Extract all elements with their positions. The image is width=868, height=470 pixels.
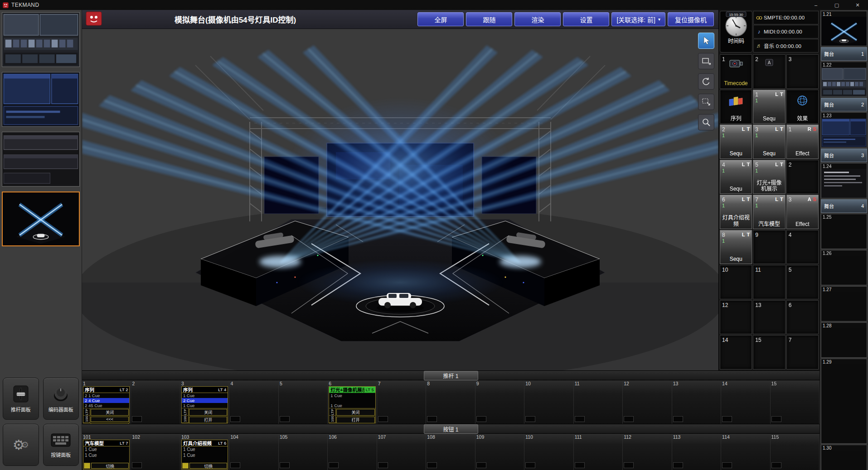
- fader-button-1[interactable]: 关闭: [189, 409, 227, 416]
- executor-cell-r3c1[interactable]: 2LT1Sequ: [720, 125, 752, 159]
- button-cell-102[interactable]: 102: [131, 434, 180, 470]
- view-button-1.28[interactable]: 1.28: [821, 322, 867, 358]
- view-button-1.30[interactable]: 1.30: [821, 445, 867, 470]
- executor-cell-r1c3[interactable]: 3: [786, 54, 819, 89]
- flash-button[interactable]: [182, 463, 189, 469]
- executor-mini-button[interactable]: [427, 416, 437, 422]
- view-button-1.25[interactable]: 1.25: [821, 214, 867, 249]
- stage-3d-view[interactable]: [82, 29, 718, 370]
- executor-mini-button[interactable]: [673, 462, 683, 468]
- stage-view-titlebar-1[interactable]: 舞台1: [821, 47, 867, 61]
- executor-cell-r9c2[interactable]: 15: [753, 335, 785, 369]
- executor-cell-r1c2[interactable]: 2A: [753, 54, 785, 89]
- encoder-panel-button[interactable]: 编码器面板: [43, 378, 79, 420]
- vp-toolbar-button-4[interactable]: 设置: [563, 12, 609, 26]
- fader-cell-1[interactable]: 1序列LT 22 1 Cue2 4 Cue2 45 CueLTP100关闭<<<…: [82, 380, 131, 424]
- executor-mini-button[interactable]: [722, 462, 732, 468]
- stage-view-titlebar-3[interactable]: 舞台3: [821, 149, 867, 162]
- executor-cell-r1c1[interactable]: 1Timecode: [720, 54, 752, 89]
- button-cell-106[interactable]: 106: [328, 434, 377, 470]
- view-button-1.29[interactable]: 1.29: [821, 359, 867, 444]
- view-button-1.23[interactable]: 1.23: [821, 112, 867, 148]
- fader-button-2[interactable]: <<<: [91, 417, 129, 422]
- executor-cell-r4c1[interactable]: 4LT1Sequ: [720, 160, 752, 194]
- fader-cell-15[interactable]: 15: [771, 380, 820, 424]
- fader-button-2[interactable]: 打开: [336, 417, 374, 423]
- timecode-clock-button[interactable]: 15:55:30 时间码: [720, 11, 752, 53]
- vp-toolbar-button-2[interactable]: 跟随: [466, 12, 512, 26]
- fader-cell-6[interactable]: 6灯光+摄像机展示LT 51 Cue1 CueLTP100关闭打开播放: [328, 380, 377, 424]
- vp-toolbar-button-6[interactable]: 复位摄像机: [668, 12, 714, 26]
- screen-thumbnail-2[interactable]: [2, 72, 80, 127]
- fader-cell-12[interactable]: 12: [623, 380, 672, 424]
- screen-thumbnail-4[interactable]: [2, 192, 80, 246]
- button-cell-107[interactable]: 107: [377, 434, 426, 470]
- fader-section-label[interactable]: 推杆 1: [424, 371, 478, 380]
- button-cell-105[interactable]: 105: [279, 434, 328, 470]
- executor-mini-button[interactable]: [575, 416, 585, 422]
- pan-tool[interactable]: [698, 53, 714, 69]
- executor-cell-r7c1[interactable]: 10: [720, 265, 752, 299]
- executor-cell-r6c2[interactable]: 9: [753, 230, 785, 264]
- vp-toolbar-button-1[interactable]: 全屏: [417, 12, 464, 26]
- fader-cell-11[interactable]: 11: [574, 380, 623, 424]
- fader-cell-10[interactable]: 10: [524, 380, 573, 424]
- executor-mini-button[interactable]: [378, 416, 388, 422]
- view-button-1.22[interactable]: 1.22: [821, 62, 867, 97]
- executor-cell-r5c1[interactable]: 6LT1灯具介绍视频: [720, 195, 752, 229]
- button-cell-108[interactable]: 108: [426, 434, 475, 470]
- fader-cell-13[interactable]: 13: [672, 380, 721, 424]
- fader-cell-7[interactable]: 7: [377, 380, 426, 424]
- executor-cell-r3c2[interactable]: 3LT1Sequ: [753, 125, 785, 159]
- executor-mini-button[interactable]: [673, 416, 683, 422]
- executor-mini-button[interactable]: [771, 462, 781, 468]
- orbit-tool[interactable]: [698, 73, 714, 90]
- keypad-panel-button[interactable]: 按键面板: [43, 424, 79, 466]
- view-button-1.24[interactable]: 1.24: [821, 163, 867, 198]
- executor-mini-button[interactable]: [722, 416, 732, 422]
- view-button-1.21[interactable]: 1.21: [821, 11, 867, 46]
- executor-mini-button[interactable]: [624, 416, 634, 422]
- fader-cell-9[interactable]: 9: [475, 380, 524, 424]
- executor-mini-button[interactable]: [476, 462, 486, 468]
- executor-mini-button[interactable]: [476, 416, 486, 422]
- fader-button-2[interactable]: 打开: [189, 417, 227, 423]
- executor-cell-r9c1[interactable]: 14: [720, 335, 752, 369]
- executor-mini-button[interactable]: [575, 462, 585, 468]
- frame-tool[interactable]: [698, 94, 714, 110]
- executor-mini-button[interactable]: [329, 462, 339, 468]
- executor-cell-r4c2[interactable]: 5LT1灯光+摄像机展示: [753, 160, 785, 194]
- button-section-label[interactable]: 按钮 1: [424, 424, 478, 434]
- vp-toolbar-button-5[interactable]: [关联选择: 前]▾: [611, 12, 665, 26]
- button-cell-115[interactable]: 115: [771, 434, 820, 470]
- fader-cell-4[interactable]: 4: [229, 380, 278, 424]
- executor-cell-r6c1[interactable]: 8LT1Sequ: [720, 230, 752, 264]
- executor-mini-button[interactable]: [771, 416, 781, 422]
- executor-mini-button[interactable]: [132, 416, 142, 422]
- executor-cell-r9c3[interactable]: 7: [786, 335, 819, 369]
- executor-mini-button[interactable]: [525, 416, 535, 422]
- button-cell-111[interactable]: 111: [574, 434, 623, 470]
- executor-mini-button[interactable]: [427, 462, 437, 468]
- executor-cell-r6c3[interactable]: 4: [786, 230, 819, 264]
- minimize-button[interactable]: –: [805, 0, 826, 10]
- button-cell-114[interactable]: 114: [721, 434, 770, 470]
- fader-button-1[interactable]: 关闭: [91, 409, 129, 416]
- maximize-button[interactable]: ▢: [826, 0, 847, 10]
- view-button-1.27[interactable]: 1.27: [821, 286, 867, 321]
- view-button-1.26[interactable]: 1.26: [821, 250, 867, 285]
- screen-thumbnail-1[interactable]: [2, 12, 80, 67]
- toggle-button[interactable]: 切换: [91, 463, 129, 469]
- toggle-button[interactable]: 切换: [189, 463, 227, 469]
- executor-cell-r8c3[interactable]: 6: [786, 300, 819, 335]
- fader-button-1[interactable]: 关闭: [336, 409, 374, 416]
- button-cell-104[interactable]: 104: [229, 434, 278, 470]
- stage-view-titlebar-2[interactable]: 舞台2: [821, 98, 867, 111]
- executor-cell-r3c3[interactable]: 1RSEffect: [786, 125, 819, 159]
- fader-cell-8[interactable]: 8: [426, 380, 475, 424]
- executor-cell-r8c1[interactable]: 12: [720, 300, 752, 335]
- button-cell-103[interactable]: 103灯具介绍视频LT 61 Cue1 Cue切换: [180, 434, 229, 470]
- gears-panel-button[interactable]: ⚙⚙: [3, 424, 39, 466]
- zoom-tool[interactable]: [698, 114, 714, 130]
- fader-cell-2[interactable]: 2: [131, 380, 180, 424]
